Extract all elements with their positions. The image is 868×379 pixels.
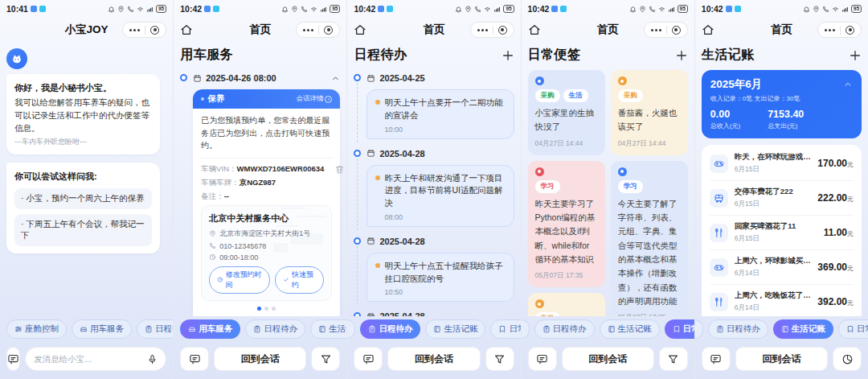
expense-row[interactable]: 昨天，在环球玩游戏花了1706月15日 170.00元 — [710, 146, 854, 181]
expense-row[interactable]: 上周六，吃晚饭花了3926月14日 392.00元 — [710, 285, 854, 316]
exit-icon[interactable] — [672, 26, 681, 35]
chip-partial[interactable] — [695, 319, 703, 339]
note-card[interactable]: 采购 番茄酱，火腿也该买了 04月27日 14:44 — [611, 70, 688, 155]
more-menu-icon[interactable] — [651, 29, 661, 31]
todo-group: 2025-04-25 明天上午十点要开一个二期功能的宣讲会 10:00 — [354, 70, 514, 139]
chip-cabin-control[interactable]: 座舱控制 — [6, 319, 67, 339]
filter-button[interactable] — [311, 347, 340, 371]
chip-ledger[interactable]: 生活记账 — [425, 319, 485, 339]
back-to-chat-button[interactable]: 回到会话 — [387, 347, 480, 371]
miniprogram-capsule[interactable] — [644, 22, 688, 38]
add-note-icon[interactable] — [675, 49, 688, 62]
chip-todo[interactable]: 日程待办 — [245, 319, 305, 339]
miniprogram-capsule[interactable] — [296, 22, 340, 38]
keyboard-toggle-button[interactable] — [702, 347, 731, 371]
message-input-pill[interactable] — [25, 347, 166, 371]
greeting-bubble: 你好，我是小秘书小宝。 我可以给您解答用车养车的疑问，也可以记录生活和工作中的代… — [6, 74, 160, 154]
screen-chat: 10:41 95 小宝JOY 你好，我 — [0, 0, 173, 379]
note-tag: 采购 — [618, 89, 643, 102]
collapse-chevron[interactable] — [843, 80, 853, 89]
home-icon[interactable] — [180, 23, 193, 36]
vibrate-icon — [455, 6, 462, 13]
more-menu-icon[interactable] — [303, 29, 313, 31]
expense-row[interactable]: 交停车费花了2226月15日 222.00元 — [710, 181, 854, 216]
miniprogram-capsule[interactable] — [470, 22, 514, 38]
chip-notes[interactable]: 日常便签 — [665, 319, 694, 339]
note-card[interactable]: 学习 今天学习Python，主要学习了一些Python常用的内置函数，除此之外是… — [528, 293, 605, 316]
collapse-chevron[interactable] — [331, 74, 340, 83]
chip-ledger[interactable]: 生活记账 — [600, 319, 660, 339]
keyboard-toggle-button[interactable] — [6, 347, 20, 371]
miniprogram-capsule[interactable] — [817, 22, 862, 38]
add-todo-icon[interactable] — [502, 49, 514, 62]
todo-card[interactable]: 明天上午十点要开一个二期功能的宣讲会 10:00 — [366, 89, 514, 139]
car-icon — [80, 325, 88, 333]
chip-todo[interactable]: 日程待办 — [360, 319, 420, 339]
status-time: 10:42 — [702, 4, 723, 14]
more-menu-icon[interactable] — [477, 29, 488, 31]
nav-bar: 小宝JOY — [0, 18, 173, 42]
delete-icon[interactable] — [334, 164, 345, 175]
notification-app-icon — [39, 6, 46, 12]
chip-notes[interactable]: 日常便签 — [838, 319, 868, 339]
back-to-chat-button[interactable]: 回到会话 — [735, 347, 828, 371]
exit-icon[interactable] — [150, 26, 159, 35]
stats-button[interactable] — [833, 347, 862, 371]
more-menu-icon[interactable] — [129, 29, 140, 31]
signal-icon — [320, 6, 327, 13]
exit-icon[interactable] — [498, 26, 507, 35]
message-input[interactable] — [34, 354, 142, 364]
miniprogram-capsule[interactable] — [122, 22, 166, 38]
section-title: 日常便签 — [528, 47, 581, 64]
change-time-button[interactable]: 修改预约时间 — [209, 266, 270, 294]
conversation-detail-link[interactable]: 会话详情› — [296, 94, 332, 104]
month-summary-card[interactable]: 2025年6月 收入记录：0笔 支出记录：30笔 0.00总收入(元) 7153… — [702, 70, 862, 138]
todo-time: 10:00 — [384, 126, 505, 134]
wifi-icon — [658, 6, 665, 13]
total-income: 0.00总收入(元) — [710, 109, 740, 130]
service-store-card[interactable]: 北京中关村服务中心 北京市海淀区中关村大街1号 010-12345678 09:… — [201, 205, 332, 301]
exit-icon[interactable] — [845, 26, 854, 35]
chip-partial[interactable] — [522, 319, 530, 339]
home-icon[interactable] — [702, 23, 714, 36]
note-color-dot — [535, 76, 544, 85]
keyboard-toggle-button[interactable] — [354, 347, 383, 371]
chip-partial[interactable] — [347, 319, 355, 339]
todo-card[interactable]: 明天上午十点五十提醒我给孩子挂口腔医院的号 10:50 — [366, 253, 514, 303]
store-pagination-dots[interactable] — [201, 301, 332, 317]
chip-ledger[interactable]: 生活记账 — [773, 319, 833, 339]
chat-keyboard-icon — [536, 353, 548, 365]
more-menu-icon[interactable] — [825, 29, 835, 31]
chip-car-service[interactable]: 用车服务 — [72, 319, 132, 339]
chip-ledger[interactable]: 生活记账 — [310, 319, 346, 339]
chip-todo[interactable]: 日程待办 — [137, 319, 173, 339]
filter-button[interactable] — [485, 347, 514, 371]
back-to-chat-button[interactable]: 回到会话 — [562, 347, 654, 371]
todo-card[interactable]: 昨天上午和研发沟通了一下项目进度，目标节前将UI适配问题解决 08:00 — [366, 165, 514, 227]
suggestion-item[interactable]: · 下周五上午有个会议，帮我记一下 — [14, 214, 152, 246]
exit-icon[interactable] — [324, 26, 333, 35]
suggestions-title: 你可以尝试这样问我: — [14, 170, 152, 183]
quick-book-button[interactable]: 快速预约 — [275, 266, 324, 294]
filter-button[interactable] — [659, 347, 688, 371]
note-card[interactable]: 采购 生活 小宝家里的生抽快没了 04月27日 14:44 — [528, 70, 605, 155]
section-title: 生活记账 — [702, 47, 755, 64]
add-record-icon[interactable] — [849, 49, 862, 62]
summary-month: 2025年6月 — [710, 77, 763, 92]
chip-notes[interactable]: 日常便签 — [490, 319, 520, 339]
home-icon[interactable] — [354, 23, 366, 36]
expense-row[interactable]: 上周六，环球影城买魔法杖花了…6月14日 369.00元 — [710, 250, 854, 285]
suggestion-item[interactable]: · 小宝，预约一个周六上午的保养 — [14, 188, 152, 209]
chip-todo[interactable]: 日程待办 — [534, 319, 595, 339]
home-icon[interactable] — [528, 23, 541, 36]
quick-chip-row: 座舱控制 用车服务 日程待办 生活记账 — [0, 316, 173, 342]
expense-row[interactable]: 回家买啤酒花了116月15日 11.00元 — [710, 216, 854, 250]
chip-todo[interactable]: 日程待办 — [708, 319, 768, 339]
chip-car-service[interactable]: 用车服务 — [180, 319, 240, 339]
mic-icon[interactable] — [147, 354, 158, 365]
back-to-chat-button[interactable]: 回到会话 — [214, 347, 306, 371]
keyboard-toggle-button[interactable] — [528, 347, 557, 371]
keyboard-toggle-button[interactable] — [180, 347, 209, 371]
note-card[interactable]: 学习 昨天主要学习了Python编程的基本概念以及if判断、while和for循… — [528, 161, 605, 288]
note-card[interactable]: 学习 今天主要了解了字符串、列表、元组、字典、集合等可迭代类型的基本概念和基本操… — [611, 161, 688, 316]
